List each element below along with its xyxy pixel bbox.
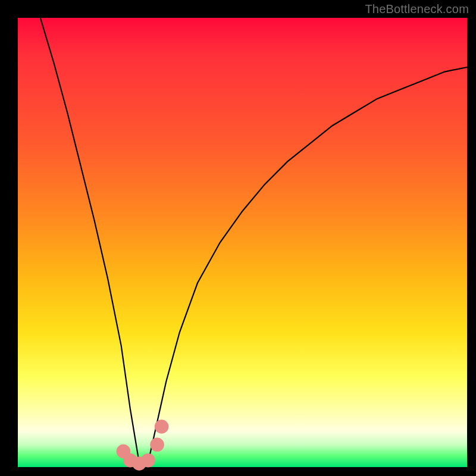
curve-marker: [141, 453, 155, 468]
chart-frame: TheBottleneck.com: [0, 0, 476, 476]
curve-marker: [150, 438, 164, 452]
curve-marker: [155, 419, 169, 434]
curve-markers: [117, 419, 169, 471]
curve-layer: [18, 18, 467, 467]
watermark-text: TheBottleneck.com: [365, 2, 469, 16]
bottleneck-curve: [40, 18, 467, 463]
